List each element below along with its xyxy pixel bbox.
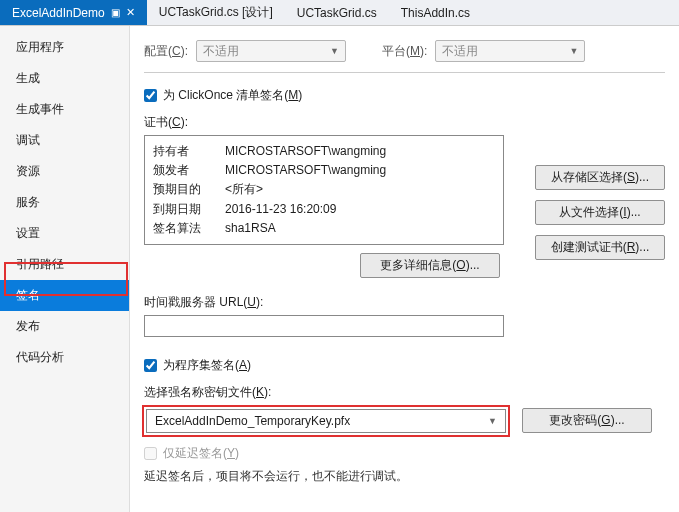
sidebar-item-8[interactable]: 签名 (0, 280, 129, 311)
tab-item[interactable]: UCTaskGrid.cs [设计] (147, 0, 285, 25)
more-details-button[interactable]: 更多详细信息(O)... (360, 253, 500, 278)
sidebar-item-10[interactable]: 代码分析 (0, 342, 129, 373)
sidebar-item-7[interactable]: 引用路径 (0, 249, 129, 280)
highlight-box-keyfile: ExcelAddInDemo_TemporaryKey.pfx ▼ (142, 405, 510, 437)
sidebar-item-1[interactable]: 生成 (0, 63, 129, 94)
select-from-store-button[interactable]: 从存储区选择(S)... (535, 165, 665, 190)
sign-clickonce-label: 为 ClickOnce 清单签名(M) (163, 87, 302, 104)
tab-active[interactable]: ExcelAddInDemo ▣ ✕ (0, 0, 147, 25)
sidebar-item-2[interactable]: 生成事件 (0, 94, 129, 125)
sidebar-item-0[interactable]: 应用程序 (0, 32, 129, 63)
keyfile-label: 选择强名称密钥文件(K): (144, 384, 665, 401)
sidebar-item-3[interactable]: 调试 (0, 125, 129, 156)
tab-item[interactable]: ThisAddIn.cs (389, 0, 482, 25)
select-from-file-button[interactable]: 从文件选择(I)... (535, 200, 665, 225)
sign-assembly-checkbox[interactable] (144, 359, 157, 372)
timestamp-url-input[interactable] (144, 315, 504, 337)
platform-label: 平台(M): (382, 43, 427, 60)
timestamp-label: 时间戳服务器 URL(U): (144, 294, 665, 311)
tab-bar: ExcelAddInDemo ▣ ✕ UCTaskGrid.cs [设计] UC… (0, 0, 679, 26)
create-test-cert-button[interactable]: 创建测试证书(R)... (535, 235, 665, 260)
chevron-down-icon: ▼ (330, 46, 339, 56)
cert-info-box: 持有者MICROSTARSOFT\wangming 颁发者MICROSTARSO… (144, 135, 504, 245)
delay-sign-checkbox (144, 447, 157, 460)
sign-assembly-label: 为程序集签名(A) (163, 357, 251, 374)
pin-icon[interactable]: ▣ (111, 7, 120, 18)
chevron-down-icon: ▼ (569, 46, 578, 56)
config-label: 配置(C): (144, 43, 188, 60)
keyfile-dropdown[interactable]: ExcelAddInDemo_TemporaryKey.pfx ▼ (146, 409, 506, 433)
sidebar-item-9[interactable]: 发布 (0, 311, 129, 342)
platform-dropdown: 不适用▼ (435, 40, 585, 62)
sidebar-item-5[interactable]: 服务 (0, 187, 129, 218)
delay-sign-note: 延迟签名后，项目将不会运行，也不能进行调试。 (144, 468, 665, 485)
config-dropdown: 不适用▼ (196, 40, 346, 62)
sign-clickonce-checkbox[interactable] (144, 89, 157, 102)
content-panel: 配置(C): 不适用▼ 平台(M): 不适用▼ 为 ClickOnce 清单签名… (130, 26, 679, 512)
delay-sign-label: 仅延迟签名(Y) (163, 445, 239, 462)
close-icon[interactable]: ✕ (126, 6, 135, 19)
sidebar-item-4[interactable]: 资源 (0, 156, 129, 187)
change-password-button[interactable]: 更改密码(G)... (522, 408, 652, 433)
settings-sidebar: 应用程序生成生成事件调试资源服务设置引用路径签名发布代码分析 (0, 26, 130, 512)
tab-label: ExcelAddInDemo (12, 6, 105, 20)
chevron-down-icon: ▼ (488, 416, 497, 426)
tab-item[interactable]: UCTaskGrid.cs (285, 0, 389, 25)
sidebar-item-6[interactable]: 设置 (0, 218, 129, 249)
